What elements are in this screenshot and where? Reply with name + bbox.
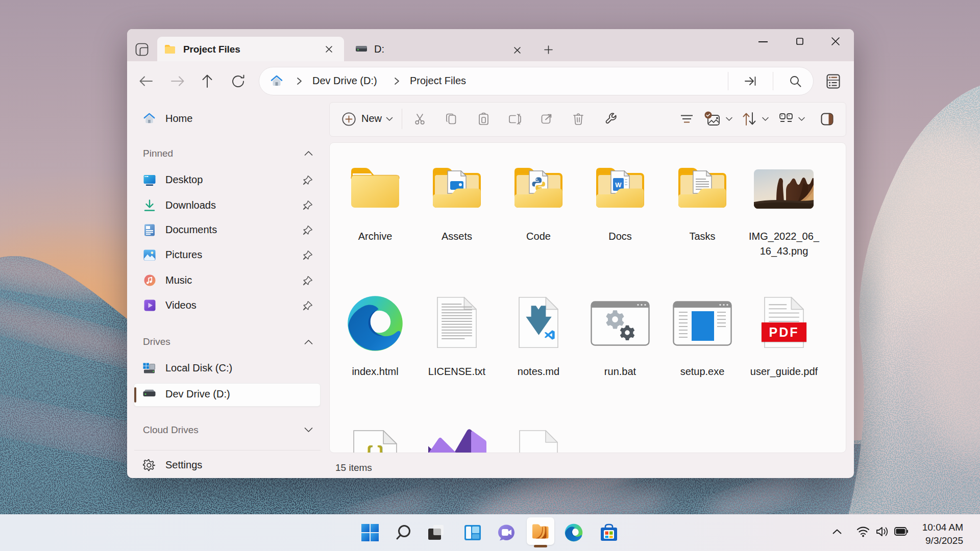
- svg-text:{: {: [365, 442, 373, 453]
- svg-text:W: W: [615, 181, 622, 189]
- svg-text:}: }: [377, 442, 385, 453]
